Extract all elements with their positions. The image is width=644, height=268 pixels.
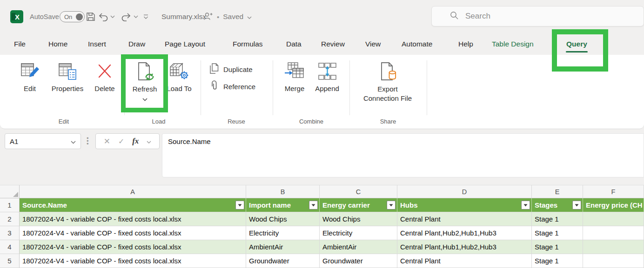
formula-bar-drag-handle[interactable]: ••• xyxy=(87,137,89,145)
tab-review[interactable]: Review xyxy=(321,33,345,55)
header-cell-energy-carrier[interactable]: Energy carrier xyxy=(320,198,397,212)
row-header-2[interactable]: 2 xyxy=(0,212,20,226)
cell-c2[interactable]: Wood Chips xyxy=(320,212,397,226)
cell-b2[interactable]: Wood Chips xyxy=(246,212,320,226)
export-connection-file-button[interactable]: Export Connection File xyxy=(360,61,415,104)
refresh-button[interactable]: Refresh xyxy=(125,61,165,103)
cell-f3[interactable] xyxy=(583,226,644,240)
tab-draw[interactable]: Draw xyxy=(128,33,145,55)
group-separator xyxy=(201,60,201,115)
cell-b3[interactable]: Electricity xyxy=(246,226,320,240)
save-status-label[interactable]: Saved xyxy=(223,13,243,21)
tab-table-design[interactable]: Table Design xyxy=(492,33,534,55)
excel-logo-icon[interactable]: X xyxy=(10,0,23,33)
cell-f4[interactable] xyxy=(583,240,644,254)
qat-customize-icon[interactable] xyxy=(143,0,149,33)
tab-home[interactable]: Home xyxy=(48,33,67,55)
reference-button[interactable]: Reference xyxy=(208,79,255,93)
filter-dropdown-icon[interactable] xyxy=(309,201,318,209)
properties-button[interactable]: Properties xyxy=(46,61,89,93)
tab-data[interactable]: Data xyxy=(286,33,302,55)
cell-e4[interactable]: Stage 1 xyxy=(532,240,583,254)
name-box[interactable]: A1 xyxy=(5,133,81,149)
header-cell-import-name[interactable]: Import name xyxy=(246,198,320,212)
autosave-toggle-state: On xyxy=(64,13,72,20)
undo-dropdown-icon[interactable] xyxy=(110,0,115,33)
search-input[interactable] xyxy=(465,12,605,21)
column-header-d[interactable]: D xyxy=(397,185,532,198)
column-header-f[interactable]: F xyxy=(583,185,644,198)
filter-dropdown-icon[interactable] xyxy=(387,201,396,209)
enter-icon[interactable]: ✓ xyxy=(118,137,124,146)
save-icon[interactable] xyxy=(86,0,96,33)
document-title[interactable]: Summary.xlsx xyxy=(161,0,206,33)
delete-query-button[interactable]: Delete xyxy=(90,61,119,93)
load-to-icon xyxy=(168,61,190,84)
search-box[interactable] xyxy=(431,6,644,26)
column-header-e[interactable]: E xyxy=(532,185,583,198)
tab-help[interactable]: Help xyxy=(458,33,473,55)
svg-text:X: X xyxy=(15,13,20,21)
tab-automate[interactable]: Automate xyxy=(402,33,432,55)
column-header-b[interactable]: B xyxy=(246,185,320,198)
cancel-icon[interactable]: ✕ xyxy=(104,137,110,146)
cell-d4[interactable]: Central Plant,Hub1,Hub2,Hub3 xyxy=(397,240,532,254)
cell-d2[interactable]: Central Plant xyxy=(397,212,532,226)
row-header-4[interactable]: 4 xyxy=(0,240,20,254)
undo-icon[interactable] xyxy=(99,0,108,33)
header-cell-source-name[interactable]: Source.Name xyxy=(20,198,246,212)
tab-file[interactable]: File xyxy=(14,33,26,55)
append-button[interactable]: Append xyxy=(310,61,344,93)
header-cell-energy-price[interactable]: Energy price (CH xyxy=(583,198,644,212)
duplicate-button[interactable]: Duplicate xyxy=(208,62,253,76)
cell-d5[interactable]: Central Plant xyxy=(397,254,532,268)
column-header-c[interactable]: C xyxy=(320,185,397,198)
row-header-1[interactable]: 1 xyxy=(0,198,20,212)
cell-a5[interactable]: 18072024-V4 - variable COP - fixed costs… xyxy=(20,254,246,268)
redo-dropdown-icon[interactable] xyxy=(134,0,138,33)
refresh-dropdown-icon[interactable] xyxy=(142,95,148,103)
cell-d3[interactable]: Central Plant,Hub2,Hub1,Hub3 xyxy=(397,226,532,240)
insert-function-icon[interactable]: fx xyxy=(132,137,139,146)
fx-dropdown-icon[interactable] xyxy=(147,137,151,145)
edit-query-button[interactable]: Edit xyxy=(15,61,45,93)
header-text: Stages xyxy=(535,201,557,209)
people-icon[interactable] xyxy=(203,12,213,22)
merge-button[interactable]: Merge xyxy=(280,61,309,93)
save-status-dropdown-icon[interactable] xyxy=(247,13,252,20)
autosave-toggle[interactable]: On xyxy=(60,0,85,33)
cell-e2[interactable]: Stage 1 xyxy=(532,212,583,226)
tab-page-layout[interactable]: Page Layout xyxy=(165,33,205,55)
row-header-3[interactable]: 3 xyxy=(0,226,20,240)
tab-insert[interactable]: Insert xyxy=(88,33,106,55)
cell-a4[interactable]: 18072024-V4 - variable COP - fixed costs… xyxy=(20,240,246,254)
header-text: Energy price (CH xyxy=(586,201,643,209)
cell-f5[interactable] xyxy=(583,254,644,268)
column-header-a[interactable]: A xyxy=(20,185,246,198)
cell-c3[interactable]: Electricity xyxy=(320,226,397,240)
tab-query[interactable]: Query xyxy=(566,33,587,55)
cell-f2[interactable] xyxy=(583,212,644,226)
header-cell-hubs[interactable]: Hubs xyxy=(397,198,532,212)
filter-dropdown-icon[interactable] xyxy=(235,201,244,209)
cell-e3[interactable]: Stage 1 xyxy=(532,226,583,240)
cell-b4[interactable]: AmbientAir xyxy=(246,240,320,254)
row-header-5[interactable]: 5 xyxy=(0,254,20,268)
cell-c5[interactable]: Groundwater xyxy=(320,254,397,268)
select-all-corner[interactable] xyxy=(0,185,20,198)
header-cell-stages[interactable]: Stages xyxy=(532,198,583,212)
cell-a3[interactable]: 18072024-V4 - variable COP - fixed costs… xyxy=(20,226,246,240)
redo-icon[interactable] xyxy=(121,0,131,33)
tab-view[interactable]: View xyxy=(365,33,381,55)
formula-input[interactable]: Source.Name xyxy=(162,133,644,177)
button-label: Append xyxy=(315,84,339,93)
filter-dropdown-icon[interactable] xyxy=(521,201,530,209)
filter-dropdown-icon[interactable] xyxy=(572,201,581,209)
cell-b5[interactable]: Groundwater xyxy=(246,254,320,268)
load-to-button[interactable]: Load To xyxy=(166,61,193,93)
cell-e5[interactable]: Stage 1 xyxy=(532,254,583,268)
cell-c4[interactable]: AmbientAir xyxy=(320,240,397,254)
cell-a2[interactable]: 18072024-V4 - variable COP - fixed costs… xyxy=(20,212,246,226)
tab-formulas[interactable]: Formulas xyxy=(233,33,263,55)
name-box-dropdown-icon[interactable] xyxy=(71,137,76,145)
